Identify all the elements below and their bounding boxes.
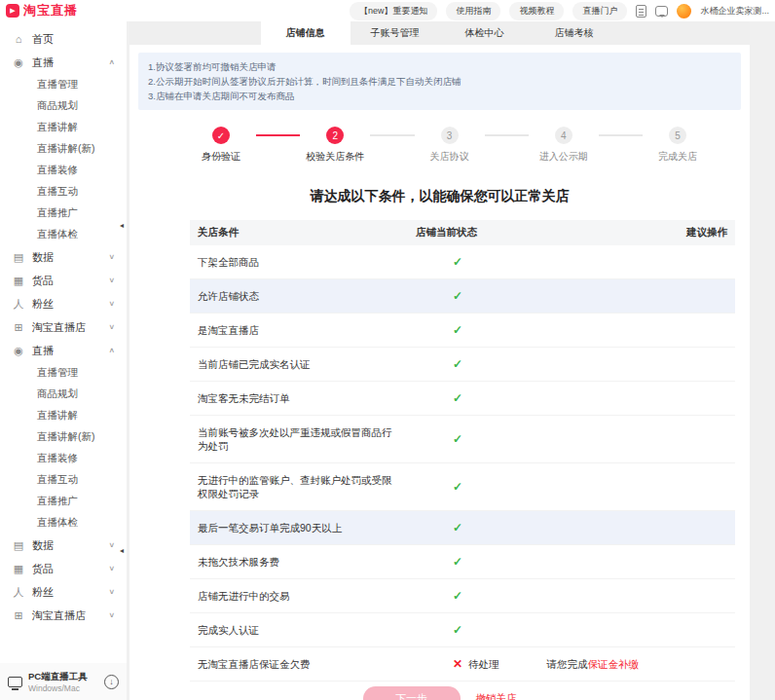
step-connector [599, 134, 643, 136]
sidebar-menu: ⌂首页◉直播∧直播管理商品规划直播讲解直播讲解(新)直播装修直播互动直播推广直播… [0, 21, 127, 627]
step-label: 身份验证 [202, 150, 240, 164]
sidebar-item-label: 数据 [32, 538, 54, 553]
col-header-status: 店铺当前状态 [408, 220, 538, 245]
sidebar-item-直播推广[interactable]: 直播推广 [0, 491, 127, 512]
sidebar-item-label: 商品规划 [37, 387, 78, 401]
sidebar-item-直播[interactable]: ◉直播∧ [0, 51, 127, 74]
play-logo-icon: ▶ [6, 4, 19, 18]
todo-icon[interactable] [636, 5, 646, 18]
sidebar-item-直播装修[interactable]: 直播装修 [0, 448, 127, 469]
step-connector [370, 134, 414, 136]
sidebar-item-直播讲解(新)[interactable]: 直播讲解(新) [0, 426, 127, 448]
check-icon: ✓ [453, 480, 462, 494]
sidebar-item-label: 直播互动 [37, 185, 78, 199]
store-icon: ⊞ [12, 610, 25, 621]
sidebar-item-直播互动[interactable]: 直播互动 [0, 469, 127, 491]
condition-cell: 是淘宝直播店 [190, 313, 408, 348]
download-icon[interactable]: ↓ [104, 675, 119, 689]
table-row: 当前账号被多次处以严重违规或假冒商品行为处罚✓ [190, 416, 735, 463]
sidebar-item-粉丝[interactable]: 人粉丝∨ [0, 292, 127, 315]
message-icon[interactable] [655, 6, 668, 17]
sidebar-item-货品[interactable]: ▦货品∨ [0, 557, 127, 580]
col-header-condition: 关店条件 [190, 220, 408, 245]
sidebar-item-商品规划[interactable]: 商品规划 [0, 384, 127, 405]
actions: 下一步 撤销关店 [129, 686, 750, 700]
sidebar-item-直播体检[interactable]: 直播体检 [0, 224, 127, 245]
sidebar-item-数据[interactable]: ▤数据∨ [0, 245, 127, 269]
check-icon: ✓ [453, 432, 462, 446]
sidebar-item-商品规划[interactable]: 商品规划 [0, 95, 127, 117]
check-icon: ✓ [453, 391, 462, 405]
sidebar-item-粉丝[interactable]: 人粉丝∨ [0, 580, 127, 604]
sidebar-item-直播[interactable]: ◉直播∧ [0, 339, 127, 362]
status-cell: ✓ [408, 545, 538, 579]
step-dot: ✓ [212, 127, 230, 144]
monitor-icon [8, 677, 22, 687]
sidebar-item-淘宝直播店[interactable]: ⊞淘宝直播店∨ [0, 604, 127, 627]
sidebar-item-label: 直播体检 [37, 228, 78, 241]
nav-pill[interactable]: 直播门户 [572, 2, 627, 20]
chevron-down-icon: ∨ [108, 300, 115, 308]
chevron-down-icon: ∨ [108, 541, 115, 549]
sidebar-collapse-handle[interactable]: ◂ [120, 222, 128, 230]
avatar[interactable] [677, 4, 691, 18]
suggestion-cell [538, 245, 735, 279]
check-icon: ✓ [453, 589, 462, 603]
tab-店铺信息[interactable]: 店铺信息 [261, 21, 351, 45]
tab-店铺考核[interactable]: 店铺考核 [530, 21, 619, 45]
nav-pill[interactable]: 视频教程 [509, 2, 564, 20]
sidebar-item-货品[interactable]: ▦货品∨ [0, 269, 127, 292]
sidebar-item-label: 首页 [32, 32, 54, 47]
step-校验关店条件: 2校验关店条件 [300, 127, 370, 164]
sidebar-item-label: 直播讲解(新) [37, 430, 95, 444]
sidebar-item-直播讲解[interactable]: 直播讲解 [0, 405, 127, 426]
conditions-tbody: 下架全部商品✓允许店铺状态✓是淘宝直播店✓当前店铺已完成实名认证✓淘宝客无未完结… [190, 245, 735, 682]
sidebar-item-数据[interactable]: ▤数据∨ [0, 534, 127, 557]
sidebar-item-直播管理[interactable]: 直播管理 [0, 362, 127, 384]
suggestion-cell [538, 382, 735, 416]
app: ▶ 淘宝直播 【new】重要通知使用指南视频教程直播门户 水桶企业卖家测... … [0, 0, 775, 700]
status-cell: ✓ [408, 348, 538, 382]
chevron-down-icon: ∨ [108, 253, 115, 261]
sidebar-item-label: 直播体检 [37, 516, 78, 530]
sidebar-item-label: 淘宝直播店 [32, 320, 86, 335]
sidebar-item-label: 货品 [32, 274, 54, 288]
live-icon: ◉ [12, 57, 25, 68]
conditions-table: 关店条件 店铺当前状态 建议操作 下架全部商品✓允许店铺状态✓是淘宝直播店✓当前… [190, 220, 735, 682]
taobao-live-logo[interactable]: ▶ 淘宝直播 [6, 2, 78, 19]
sidebar-item-直播体检[interactable]: 直播体检 [0, 512, 127, 534]
table-row: 下架全部商品✓ [190, 245, 735, 279]
sidebar-collapse-handle[interactable]: ◂ [120, 547, 128, 555]
sidebar-item-直播互动[interactable]: 直播互动 [0, 181, 127, 203]
pc-live-tool-entry[interactable]: PC端直播工具 Windows/Mac ↓ [0, 663, 127, 700]
logo-text: 淘宝直播 [23, 2, 78, 19]
sidebar-item-label: 直播讲解 [37, 121, 78, 134]
sidebar-item-直播管理[interactable]: 直播管理 [0, 74, 127, 95]
home-icon: ⌂ [12, 34, 25, 45]
status-cell: ✕待处理 [408, 647, 538, 682]
tab-子账号管理[interactable]: 子账号管理 [351, 21, 440, 45]
next-step-button[interactable]: 下一步 [363, 686, 461, 700]
deposit-topup-link[interactable]: 保证金补缴 [587, 658, 639, 670]
sidebar-item-直播讲解[interactable]: 直播讲解 [0, 117, 127, 138]
nav-pill[interactable]: 使用指南 [446, 2, 500, 20]
suggestion-cell: 请您完成保证金补缴 [538, 647, 735, 682]
sidebar-item-label: 粉丝 [32, 585, 54, 600]
sidebar-item-直播推广[interactable]: 直播推广 [0, 203, 127, 224]
condition-cell: 未拖欠技术服务费 [190, 545, 408, 579]
step-进入公示期: 4进入公示期 [529, 127, 599, 164]
table-row: 无淘宝直播店保证金欠费✕待处理请您完成保证金补缴 [190, 647, 735, 682]
sidebar-item-淘宝直播店[interactable]: ⊞淘宝直播店∨ [0, 315, 127, 339]
main-panel: 店铺信息子账号管理体检中心店铺考核 1.协议签署前均可撤销关店申请2.公示期开始… [129, 21, 750, 700]
tab-体检中心[interactable]: 体检中心 [440, 21, 530, 45]
cancel-close-store-link[interactable]: 撤销关店 [476, 692, 517, 700]
nav-pill[interactable]: 【new】重要通知 [350, 2, 438, 20]
sidebar-item-直播装修[interactable]: 直播装修 [0, 160, 127, 181]
sidebar-item-直播讲解(新)[interactable]: 直播讲解(新) [0, 138, 127, 160]
sidebar-item-首页[interactable]: ⌂首页 [0, 27, 127, 51]
condition-cell: 最后一笔交易订单完成90天以上 [190, 511, 408, 545]
sidebar-item-label: 直播管理 [37, 78, 78, 92]
table-row: 允许店铺状态✓ [190, 279, 735, 313]
status-cell: ✓ [408, 511, 538, 545]
suggestion-cell [538, 463, 735, 511]
